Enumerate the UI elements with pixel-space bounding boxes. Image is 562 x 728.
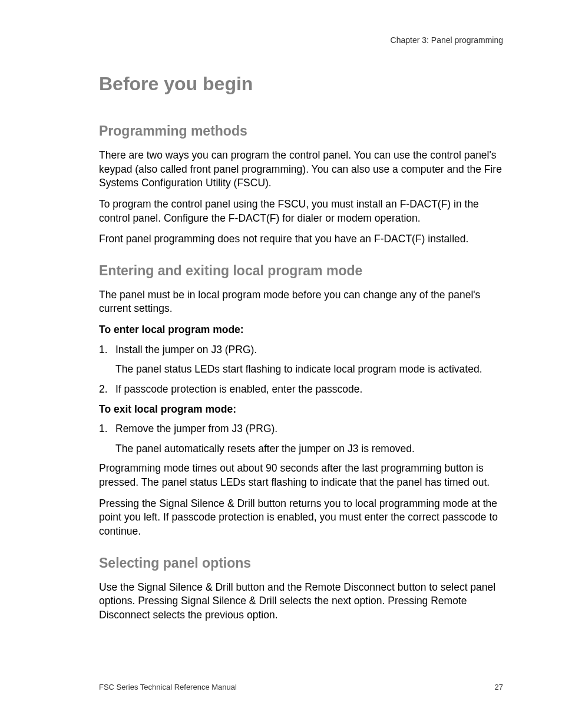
body-text: The panel must be in local program mode … (99, 288, 503, 316)
list-body: Install the jumper on J3 (PRG). (115, 343, 503, 357)
footer-page-number: 27 (495, 683, 503, 691)
list-sub-text: The panel automatically resets after the… (115, 442, 503, 456)
list-number: 1. (99, 343, 115, 357)
body-text: Programming mode times out about 90 seco… (99, 462, 503, 489)
list-item: 1. Install the jumper on J3 (PRG). (99, 343, 503, 357)
body-text: There are two ways you can program the c… (99, 149, 503, 190)
page-content: Chapter 3: Panel programming Before you … (0, 0, 562, 622)
list-number: 1. (99, 422, 115, 436)
footer-manual-title: FSC Series Technical Reference Manual (99, 683, 237, 691)
body-text: To program the control panel using the F… (99, 197, 503, 225)
list-item: 1. Remove the jumper from J3 (PRG). (99, 422, 503, 436)
section-heading-entering-exiting: Entering and exiting local program mode (99, 263, 503, 279)
section-heading-selecting-options: Selecting panel options (99, 555, 503, 571)
procedure-lead: To exit local program mode: (99, 403, 503, 417)
body-text: Front panel programming does not require… (99, 232, 503, 246)
list-sub-text: The panel status LEDs start flashing to … (115, 363, 503, 377)
list-body: Remove the jumper from J3 (PRG). (115, 422, 503, 436)
procedure-lead: To enter local program mode: (99, 323, 503, 337)
list-body: If passcode protection is enabled, enter… (115, 383, 503, 397)
body-text: Pressing the Signal Silence & Drill butt… (99, 497, 503, 539)
page-title: Before you begin (99, 73, 503, 95)
page-footer: FSC Series Technical Reference Manual 27 (99, 683, 503, 691)
chapter-header: Chapter 3: Panel programming (99, 35, 503, 45)
body-text: Use the Signal Silence & Drill button an… (99, 581, 503, 622)
list-number: 2. (99, 383, 115, 397)
section-heading-programming-methods: Programming methods (99, 123, 503, 139)
list-item: 2. If passcode protection is enabled, en… (99, 383, 503, 397)
